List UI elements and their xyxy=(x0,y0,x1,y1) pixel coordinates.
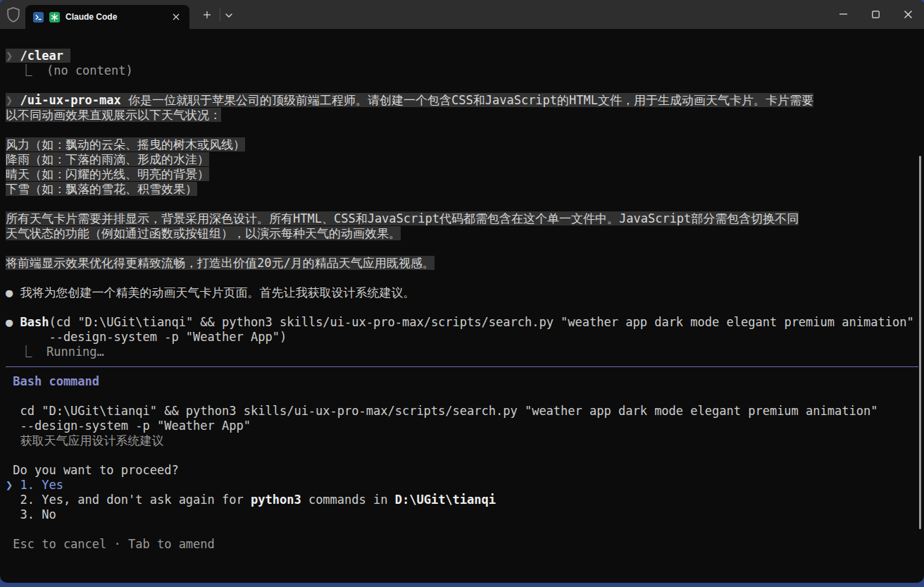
tab-claude-code[interactable]: Claude Code xyxy=(25,5,189,29)
polish-requirement-line: 将前端显示效果优化得更精致流畅，打造出价值20元/月的精品天气应用既视感。 xyxy=(6,256,918,271)
dialog-command-line-1: cd "D:\UGit\tianqi" && python3 skills/ui… xyxy=(6,404,918,419)
user-command: /ui-ux-pro-max xyxy=(20,93,120,107)
layout-requirement-line-2: 天气状态的功能（例如通过函数或按钮组），以演示每种天气的动画效果。 xyxy=(6,226,918,241)
assistant-message: ● 我将为您创建一个精美的动画天气卡片页面。首先让我获取设计系统建议。 xyxy=(6,285,918,300)
weather-condition-sunny: 晴天（如：闪耀的光线、明亮的背景） xyxy=(6,167,918,182)
tool-status: ⎿ Running… xyxy=(6,345,918,359)
divider xyxy=(220,8,220,21)
new-tab-button[interactable] xyxy=(198,7,216,23)
admin-shield-icon xyxy=(6,6,21,23)
clear-result: ⎿ (no content) xyxy=(6,63,918,78)
dialog-question: Do you want to proceed? xyxy=(6,463,918,478)
option-yes-dont-ask[interactable]: 2. Yes, and don't ask again for python3 … xyxy=(6,493,918,507)
bullet-icon: ● xyxy=(6,285,20,299)
prompt-chevron-icon: ❯ xyxy=(6,93,20,107)
bullet-icon: ● xyxy=(6,315,20,329)
weather-condition-wind: 风力（如：飘动的云朵、摇曳的树木或风线） xyxy=(6,137,918,152)
clear-command: /clear xyxy=(20,49,70,63)
tool-call-line-1: ● Bash(cd "D:\UGit\tianqi" && python3 sk… xyxy=(6,315,918,330)
clear-command-line: ❯ /clear xyxy=(6,49,918,63)
tool-name: Bash xyxy=(20,315,49,329)
dialog-footer-hint: Esc to cancel · Tab to amend xyxy=(6,537,918,552)
window-controls xyxy=(827,0,924,28)
layout-requirement-line-1: 所有天气卡片需要并排显示，背景采用深色设计。所有HTML、CSS和JavaScr… xyxy=(6,211,918,226)
maximize-button[interactable] xyxy=(859,0,892,28)
dialog-title: Bash command xyxy=(6,374,918,389)
close-window-button[interactable] xyxy=(892,0,924,28)
tab-dropdown-button[interactable] xyxy=(223,11,235,20)
dialog-command-description: 获取天气应用设计系统建议 xyxy=(6,433,918,448)
prompt-chevron-icon: ❯ xyxy=(6,49,20,63)
tab-title: Claude Code xyxy=(65,12,163,22)
permission-dialog: Bash command cd "D:\UGit\tianqi" && pyth… xyxy=(6,366,918,552)
powershell-icon xyxy=(33,12,44,23)
dialog-command-line-2: --design-system -p "Weather App" xyxy=(6,419,918,433)
terminal-window: Claude Code xyxy=(0,0,924,583)
minimize-button[interactable] xyxy=(827,0,859,28)
weather-condition-rain: 降雨（如：下落的雨滴、形成的水洼） xyxy=(6,152,918,167)
scrollbar-thumb[interactable] xyxy=(919,156,921,529)
tool-call-line-2: --design-system -p "Weather App") xyxy=(6,330,918,345)
option-no[interactable]: 3. No xyxy=(6,507,918,522)
user-prompt-line-1: ❯ /ui-ux-pro-max 你是一位就职于苹果公司的顶级前端工程师。请创建… xyxy=(6,93,918,108)
user-prompt-line-2: 以不同动画效果直观展示以下天气状况： xyxy=(6,108,918,123)
close-tab-icon[interactable] xyxy=(168,9,184,25)
terminal-content: ❯ /clear ⎿ (no content) ❯ /ui-ux-pro-max… xyxy=(0,29,924,583)
option-yes[interactable]: ❯ 1. Yes xyxy=(6,478,918,493)
weather-condition-snow: 下雪（如：飘落的雪花、积雪效果） xyxy=(6,182,918,197)
titlebar: Claude Code xyxy=(0,0,924,29)
claude-code-icon xyxy=(49,12,60,23)
